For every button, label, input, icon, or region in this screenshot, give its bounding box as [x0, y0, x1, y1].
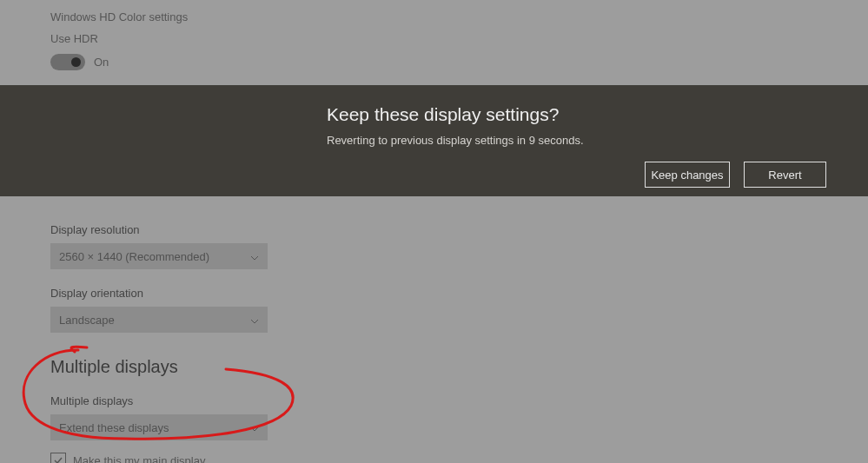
display-orientation-dropdown[interactable]: Landscape — [50, 307, 268, 333]
display-resolution-dropdown[interactable]: 2560 × 1440 (Recommended) — [50, 243, 268, 269]
chevron-down-icon — [250, 314, 259, 327]
multiple-displays-heading: Multiple displays — [50, 357, 818, 377]
main-display-checkbox[interactable] — [50, 453, 66, 463]
use-hdr-state: On — [94, 56, 109, 69]
dialog-button-row: Keep changes Revert — [645, 162, 826, 188]
use-hdr-toggle-row: On — [50, 54, 818, 70]
display-resolution-value: 2560 × 1440 (Recommended) — [59, 250, 209, 263]
dialog-title: Keep these display settings? — [327, 104, 868, 125]
chevron-down-icon — [250, 421, 259, 434]
main-display-checkbox-row: Make this my main display — [50, 453, 818, 463]
keep-changes-button[interactable]: Keep changes — [645, 162, 730, 188]
toggle-knob — [71, 57, 81, 67]
use-hdr-toggle[interactable] — [50, 54, 85, 70]
display-orientation-label: Display orientation — [50, 287, 818, 300]
multiple-displays-label: Multiple displays — [50, 394, 818, 407]
multiple-displays-dropdown[interactable]: Extend these displays — [50, 414, 268, 440]
display-resolution-label: Display resolution — [50, 223, 818, 236]
use-hdr-label: Use HDR — [50, 32, 818, 45]
multiple-displays-value: Extend these displays — [59, 421, 169, 434]
chevron-down-icon — [250, 250, 259, 263]
main-display-checkbox-label: Make this my main display — [73, 454, 205, 464]
dialog-subtitle: Reverting to previous display settings i… — [327, 134, 868, 147]
display-settings-page: Windows HD Color settings Use HDR On Dis… — [0, 0, 868, 463]
checkmark-icon — [53, 455, 63, 463]
hd-color-settings-link[interactable]: Windows HD Color settings — [50, 10, 818, 23]
display-orientation-value: Landscape — [59, 314, 115, 327]
revert-button[interactable]: Revert — [744, 162, 826, 188]
keep-settings-dialog: Keep these display settings? Reverting t… — [0, 85, 868, 196]
